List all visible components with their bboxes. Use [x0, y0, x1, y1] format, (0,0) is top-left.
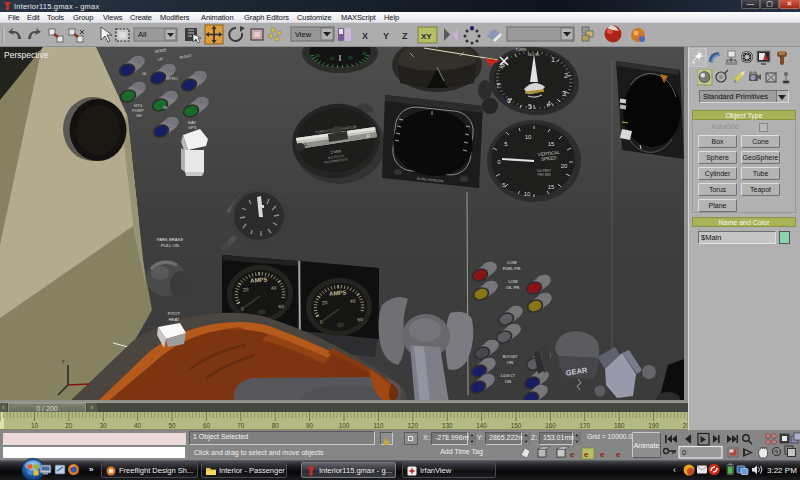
svg-text:40: 40 [349, 298, 355, 304]
svg-text:Z: Z [402, 31, 408, 41]
svg-text:GPS: GPS [188, 125, 197, 130]
svg-text:110: 110 [373, 422, 384, 429]
svg-text:30: 30 [100, 422, 108, 429]
svg-text:150: 150 [511, 422, 522, 429]
svg-text:GL: GL [142, 71, 148, 76]
svg-text:190: 190 [648, 422, 659, 429]
svg-text:LDG LT: LDG LT [501, 373, 516, 378]
svg-text:60: 60 [357, 316, 363, 322]
svg-text:10: 10 [31, 422, 39, 429]
svg-text:PITOT: PITOT [168, 311, 181, 316]
svg-text:15: 15 [548, 141, 555, 147]
svg-text:90: 90 [306, 422, 314, 429]
svg-text:15: 15 [548, 184, 555, 190]
svg-text:20: 20 [561, 163, 568, 169]
svg-text:10: 10 [524, 191, 531, 197]
svg-text:24: 24 [315, 53, 320, 58]
svg-text:130: 130 [442, 422, 453, 429]
svg-text:e: e [600, 450, 605, 459]
svg-text:3:22 PM: 3:22 PM [767, 466, 797, 475]
svg-text:PULL ON: PULL ON [161, 243, 179, 248]
svg-text:80: 80 [272, 422, 280, 429]
svg-text:ON: ON [507, 360, 513, 365]
svg-text:20: 20 [321, 299, 327, 305]
svg-text:SH: SH [136, 113, 142, 118]
svg-text:ON: ON [505, 379, 511, 384]
svg-text:20: 20 [242, 286, 248, 292]
svg-text:TURN: TURN [515, 47, 526, 52]
svg-text:BOOST: BOOST [503, 354, 518, 359]
svg-text:160: 160 [545, 422, 556, 429]
svg-text:40: 40 [134, 422, 142, 429]
svg-text:21: 21 [330, 56, 335, 61]
svg-text:1: 1 [551, 56, 555, 63]
svg-text:10: 10 [525, 134, 532, 140]
svg-text:e: e [616, 450, 621, 459]
svg-text:View: View [295, 30, 312, 39]
svg-text:All: All [138, 30, 147, 39]
svg-text:5: 5 [528, 103, 532, 110]
svg-text:2: 2 [564, 72, 568, 79]
svg-text:LOW: LOW [508, 279, 518, 284]
svg-text:Y: Y [383, 31, 389, 41]
svg-text:12: 12 [362, 51, 367, 56]
svg-text:200: 200 [683, 422, 688, 429]
svg-text:15: 15 [348, 55, 353, 60]
svg-text:120: 120 [408, 422, 419, 429]
svg-text:NO SL: NO SL [528, 52, 541, 57]
svg-text:»: » [89, 465, 94, 474]
svg-text:‹: ‹ [673, 465, 676, 475]
svg-text:HEAT: HEAT [169, 317, 180, 322]
svg-text:GYRO: GYRO [166, 76, 178, 81]
svg-text:20: 20 [65, 422, 73, 429]
svg-text:0: 0 [682, 448, 686, 457]
svg-text:e: e [570, 450, 575, 459]
svg-text:60: 60 [203, 422, 211, 429]
svg-text:PER MIN: PER MIN [537, 173, 551, 177]
svg-text:XY: XY [421, 32, 432, 41]
svg-text:180: 180 [614, 422, 625, 429]
svg-text:e: e [584, 450, 589, 459]
svg-text:PARK BRAKE: PARK BRAKE [157, 237, 184, 242]
svg-text:50: 50 [168, 422, 176, 429]
svg-text:OIL PR.: OIL PR. [506, 285, 521, 290]
svg-text:60: 60 [278, 303, 284, 309]
svg-text:FUEL PR.: FUEL PR. [503, 266, 522, 271]
svg-text:170: 170 [580, 422, 591, 429]
svg-text:X: X [362, 31, 368, 41]
svg-text:LOW: LOW [507, 260, 517, 265]
svg-text:3: 3 [562, 90, 566, 97]
svg-text:70: 70 [237, 422, 245, 429]
svg-text:140: 140 [476, 422, 487, 429]
svg-text:100: 100 [339, 422, 350, 429]
svg-text:IN: IN [163, 105, 167, 110]
svg-text:40: 40 [270, 285, 276, 291]
